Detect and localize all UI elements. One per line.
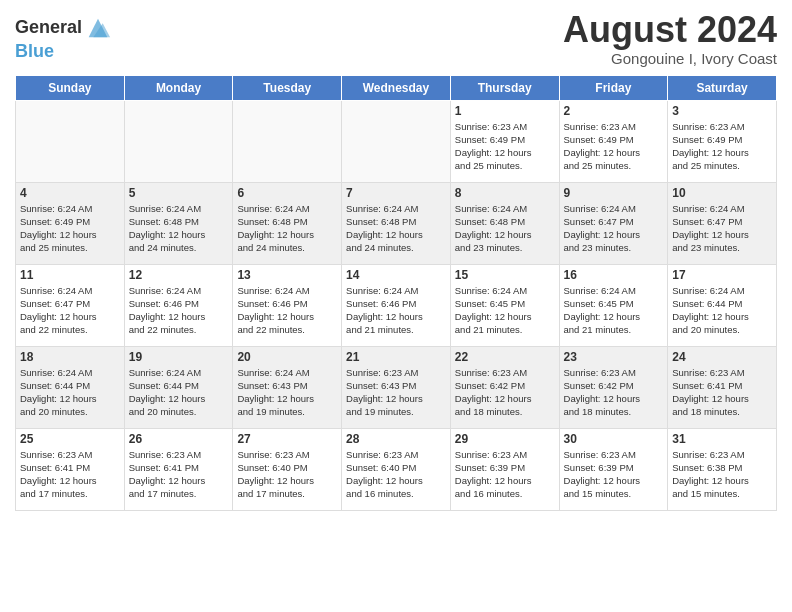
- day-info: Sunrise: 6:24 AM Sunset: 6:44 PM Dayligh…: [672, 284, 772, 337]
- day-number: 8: [455, 186, 555, 200]
- header-wednesday: Wednesday: [342, 75, 451, 100]
- day-number: 17: [672, 268, 772, 282]
- day-number: 28: [346, 432, 446, 446]
- table-row: 28Sunrise: 6:23 AM Sunset: 6:40 PM Dayli…: [342, 428, 451, 510]
- day-info: Sunrise: 6:24 AM Sunset: 6:46 PM Dayligh…: [237, 284, 337, 337]
- day-number: 26: [129, 432, 229, 446]
- day-info: Sunrise: 6:24 AM Sunset: 6:44 PM Dayligh…: [129, 366, 229, 419]
- table-row: 9Sunrise: 6:24 AM Sunset: 6:47 PM Daylig…: [559, 182, 668, 264]
- header-friday: Friday: [559, 75, 668, 100]
- day-info: Sunrise: 6:24 AM Sunset: 6:47 PM Dayligh…: [564, 202, 664, 255]
- table-row: 13Sunrise: 6:24 AM Sunset: 6:46 PM Dayli…: [233, 264, 342, 346]
- day-number: 31: [672, 432, 772, 446]
- day-info: Sunrise: 6:23 AM Sunset: 6:41 PM Dayligh…: [672, 366, 772, 419]
- header: General Blue August 2024 Gongouine I, Iv…: [15, 10, 777, 67]
- day-number: 4: [20, 186, 120, 200]
- table-row: 30Sunrise: 6:23 AM Sunset: 6:39 PM Dayli…: [559, 428, 668, 510]
- header-monday: Monday: [124, 75, 233, 100]
- day-info: Sunrise: 6:23 AM Sunset: 6:41 PM Dayligh…: [20, 448, 120, 501]
- day-info: Sunrise: 6:23 AM Sunset: 6:38 PM Dayligh…: [672, 448, 772, 501]
- logo-icon: [84, 14, 112, 42]
- table-row: 3Sunrise: 6:23 AM Sunset: 6:49 PM Daylig…: [668, 100, 777, 182]
- day-info: Sunrise: 6:23 AM Sunset: 6:39 PM Dayligh…: [564, 448, 664, 501]
- day-number: 30: [564, 432, 664, 446]
- calendar-week-4: 18Sunrise: 6:24 AM Sunset: 6:44 PM Dayli…: [16, 346, 777, 428]
- day-number: 22: [455, 350, 555, 364]
- calendar-week-5: 25Sunrise: 6:23 AM Sunset: 6:41 PM Dayli…: [16, 428, 777, 510]
- day-info: Sunrise: 6:24 AM Sunset: 6:43 PM Dayligh…: [237, 366, 337, 419]
- day-info: Sunrise: 6:24 AM Sunset: 6:46 PM Dayligh…: [346, 284, 446, 337]
- calendar-table: Sunday Monday Tuesday Wednesday Thursday…: [15, 75, 777, 511]
- table-row: 8Sunrise: 6:24 AM Sunset: 6:48 PM Daylig…: [450, 182, 559, 264]
- table-row: 23Sunrise: 6:23 AM Sunset: 6:42 PM Dayli…: [559, 346, 668, 428]
- table-row: [16, 100, 125, 182]
- day-info: Sunrise: 6:24 AM Sunset: 6:44 PM Dayligh…: [20, 366, 120, 419]
- day-info: Sunrise: 6:24 AM Sunset: 6:48 PM Dayligh…: [346, 202, 446, 255]
- table-row: 31Sunrise: 6:23 AM Sunset: 6:38 PM Dayli…: [668, 428, 777, 510]
- day-info: Sunrise: 6:23 AM Sunset: 6:40 PM Dayligh…: [346, 448, 446, 501]
- day-info: Sunrise: 6:23 AM Sunset: 6:42 PM Dayligh…: [564, 366, 664, 419]
- day-number: 11: [20, 268, 120, 282]
- calendar-week-3: 11Sunrise: 6:24 AM Sunset: 6:47 PM Dayli…: [16, 264, 777, 346]
- logo: General Blue: [15, 14, 112, 62]
- day-info: Sunrise: 6:23 AM Sunset: 6:49 PM Dayligh…: [455, 120, 555, 173]
- table-row: 10Sunrise: 6:24 AM Sunset: 6:47 PM Dayli…: [668, 182, 777, 264]
- day-number: 15: [455, 268, 555, 282]
- day-number: 13: [237, 268, 337, 282]
- header-tuesday: Tuesday: [233, 75, 342, 100]
- day-number: 14: [346, 268, 446, 282]
- day-info: Sunrise: 6:24 AM Sunset: 6:46 PM Dayligh…: [129, 284, 229, 337]
- table-row: [124, 100, 233, 182]
- header-thursday: Thursday: [450, 75, 559, 100]
- day-info: Sunrise: 6:24 AM Sunset: 6:47 PM Dayligh…: [672, 202, 772, 255]
- day-number: 9: [564, 186, 664, 200]
- header-saturday: Saturday: [668, 75, 777, 100]
- table-row: 21Sunrise: 6:23 AM Sunset: 6:43 PM Dayli…: [342, 346, 451, 428]
- table-row: 22Sunrise: 6:23 AM Sunset: 6:42 PM Dayli…: [450, 346, 559, 428]
- day-number: 27: [237, 432, 337, 446]
- day-number: 2: [564, 104, 664, 118]
- day-number: 21: [346, 350, 446, 364]
- table-row: 27Sunrise: 6:23 AM Sunset: 6:40 PM Dayli…: [233, 428, 342, 510]
- calendar-week-1: 1Sunrise: 6:23 AM Sunset: 6:49 PM Daylig…: [16, 100, 777, 182]
- day-number: 16: [564, 268, 664, 282]
- day-number: 10: [672, 186, 772, 200]
- table-row: 20Sunrise: 6:24 AM Sunset: 6:43 PM Dayli…: [233, 346, 342, 428]
- day-info: Sunrise: 6:23 AM Sunset: 6:42 PM Dayligh…: [455, 366, 555, 419]
- day-info: Sunrise: 6:23 AM Sunset: 6:39 PM Dayligh…: [455, 448, 555, 501]
- month-title: August 2024: [563, 10, 777, 50]
- table-row: 18Sunrise: 6:24 AM Sunset: 6:44 PM Dayli…: [16, 346, 125, 428]
- day-number: 5: [129, 186, 229, 200]
- table-row: 15Sunrise: 6:24 AM Sunset: 6:45 PM Dayli…: [450, 264, 559, 346]
- day-info: Sunrise: 6:24 AM Sunset: 6:48 PM Dayligh…: [129, 202, 229, 255]
- table-row: 19Sunrise: 6:24 AM Sunset: 6:44 PM Dayli…: [124, 346, 233, 428]
- day-number: 20: [237, 350, 337, 364]
- day-number: 18: [20, 350, 120, 364]
- table-row: 7Sunrise: 6:24 AM Sunset: 6:48 PM Daylig…: [342, 182, 451, 264]
- day-info: Sunrise: 6:24 AM Sunset: 6:48 PM Dayligh…: [237, 202, 337, 255]
- day-info: Sunrise: 6:23 AM Sunset: 6:43 PM Dayligh…: [346, 366, 446, 419]
- day-number: 1: [455, 104, 555, 118]
- table-row: 14Sunrise: 6:24 AM Sunset: 6:46 PM Dayli…: [342, 264, 451, 346]
- day-number: 3: [672, 104, 772, 118]
- logo-text: General: [15, 18, 82, 38]
- page-container: General Blue August 2024 Gongouine I, Iv…: [0, 0, 792, 612]
- day-info: Sunrise: 6:24 AM Sunset: 6:48 PM Dayligh…: [455, 202, 555, 255]
- day-info: Sunrise: 6:24 AM Sunset: 6:45 PM Dayligh…: [455, 284, 555, 337]
- logo-blue-text: Blue: [15, 42, 54, 62]
- table-row: 5Sunrise: 6:24 AM Sunset: 6:48 PM Daylig…: [124, 182, 233, 264]
- day-number: 24: [672, 350, 772, 364]
- day-number: 6: [237, 186, 337, 200]
- header-sunday: Sunday: [16, 75, 125, 100]
- calendar-header-row: Sunday Monday Tuesday Wednesday Thursday…: [16, 75, 777, 100]
- title-area: August 2024 Gongouine I, Ivory Coast: [563, 10, 777, 67]
- table-row: 29Sunrise: 6:23 AM Sunset: 6:39 PM Dayli…: [450, 428, 559, 510]
- day-info: Sunrise: 6:23 AM Sunset: 6:40 PM Dayligh…: [237, 448, 337, 501]
- table-row: 12Sunrise: 6:24 AM Sunset: 6:46 PM Dayli…: [124, 264, 233, 346]
- day-info: Sunrise: 6:24 AM Sunset: 6:47 PM Dayligh…: [20, 284, 120, 337]
- day-number: 19: [129, 350, 229, 364]
- day-info: Sunrise: 6:23 AM Sunset: 6:49 PM Dayligh…: [672, 120, 772, 173]
- table-row: 26Sunrise: 6:23 AM Sunset: 6:41 PM Dayli…: [124, 428, 233, 510]
- table-row: 4Sunrise: 6:24 AM Sunset: 6:49 PM Daylig…: [16, 182, 125, 264]
- subtitle: Gongouine I, Ivory Coast: [563, 50, 777, 67]
